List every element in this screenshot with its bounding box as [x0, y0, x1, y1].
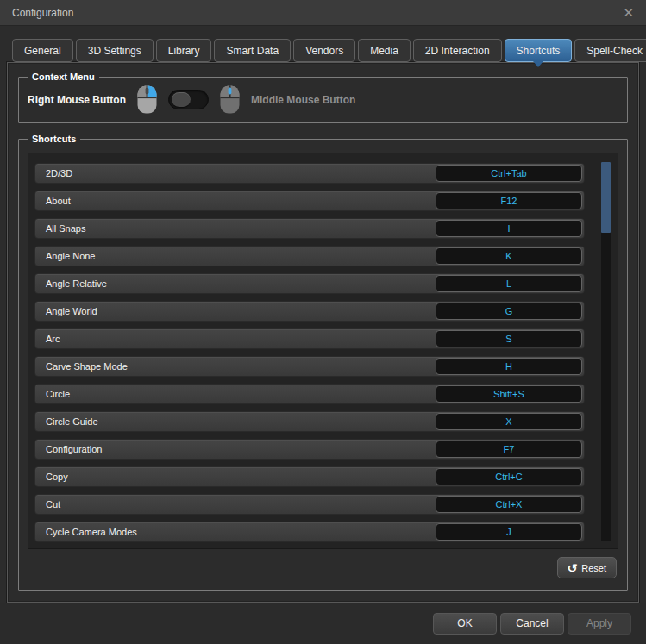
shortcut-row[interactable]: Configuration F7: [34, 439, 585, 460]
reset-button-label: Reset: [581, 563, 606, 573]
tab-label: Vendors: [305, 45, 343, 57]
shortcuts-group-title: Shortcuts: [28, 134, 80, 144]
ok-button[interactable]: OK: [433, 613, 497, 635]
shortcut-action-label: Circle: [46, 389, 70, 399]
tab[interactable]: Vendors: [293, 39, 355, 62]
shortcut-key-button[interactable]: F12: [436, 192, 582, 209]
shortcut-key-button[interactable]: J: [436, 523, 582, 541]
tab[interactable]: Shortcuts: [505, 39, 573, 62]
shortcut-action-label: Angle World: [46, 306, 97, 316]
shortcut-row[interactable]: Circle Shift+S: [34, 384, 585, 404]
context-menu-group: Context Menu Right Mouse Button: [18, 72, 628, 123]
shortcut-row[interactable]: 2D/3D Ctrl+Tab: [34, 163, 585, 184]
shortcut-row[interactable]: Arc S: [34, 328, 585, 349]
tab-label: Smart Data: [226, 45, 279, 57]
reset-icon: ↺: [568, 562, 578, 574]
shortcut-action-label: Cycle Camera Modes: [46, 527, 137, 537]
shortcut-action-label: Copy: [46, 472, 68, 482]
shortcut-row[interactable]: Cycle Camera Modes J: [34, 522, 585, 542]
shortcut-key-button[interactable]: F7: [436, 441, 582, 458]
shortcut-action-label: Angle Relative: [46, 278, 107, 289]
context-menu-group-title: Context Menu: [28, 72, 99, 82]
shortcut-key-button[interactable]: H: [436, 358, 582, 375]
shortcut-key-button[interactable]: Shift+S: [436, 385, 582, 403]
window-title: Configuration: [12, 7, 73, 19]
tab-label: Media: [370, 45, 398, 57]
tab[interactable]: Spell-Check: [574, 39, 646, 62]
tab[interactable]: Smart Data: [214, 39, 291, 62]
apply-button: Apply: [568, 613, 631, 635]
shortcut-action-label: Cut: [46, 499, 60, 510]
shortcut-row[interactable]: Copy Ctrl+C: [34, 466, 585, 487]
shortcut-key-button[interactable]: I: [436, 220, 582, 237]
scrollbar-thumb[interactable]: [601, 162, 611, 233]
shortcut-row[interactable]: Angle World G: [34, 301, 585, 322]
shortcut-action-label: Angle None: [46, 251, 96, 261]
shortcut-row[interactable]: Circle Guide X: [34, 411, 585, 432]
tab[interactable]: General: [12, 39, 73, 62]
context-menu-row: Right Mouse Button: [19, 82, 627, 114]
shortcut-row[interactable]: Angle None K: [34, 246, 585, 266]
shortcut-action-label: Circle Guide: [46, 416, 98, 427]
cancel-button[interactable]: Cancel: [500, 613, 564, 635]
shortcut-key-button[interactable]: S: [436, 330, 582, 347]
shortcut-key-button[interactable]: Ctrl+Tab: [436, 165, 582, 182]
tab[interactable]: Library: [156, 39, 212, 62]
reset-button[interactable]: ↺ Reset: [557, 557, 617, 578]
shortcuts-list: 2D/3D Ctrl+Tab About F12 All Snaps I Ang…: [28, 153, 618, 549]
tab-label: General: [24, 45, 61, 57]
shortcut-row[interactable]: Carve Shape Mode H: [34, 356, 585, 377]
dialog-footer: OK Cancel Apply: [0, 603, 646, 644]
title-bar: Configuration ✕: [0, 0, 646, 26]
shortcuts-tab-page: Context Menu Right Mouse Button: [7, 62, 639, 603]
shortcut-key-button[interactable]: K: [436, 247, 582, 265]
shortcut-row[interactable]: Angle Relative L: [34, 273, 585, 294]
shortcuts-group: Shortcuts 2D/3D Ctrl+Tab About F12 All S…: [18, 134, 628, 591]
shortcut-row[interactable]: All Snaps I: [34, 218, 585, 239]
shortcut-key-button[interactable]: Ctrl+X: [436, 496, 582, 513]
scrollbar-track[interactable]: [601, 162, 611, 541]
toggle-knob[interactable]: [172, 92, 191, 107]
shortcut-key-button[interactable]: G: [436, 303, 582, 320]
tab[interactable]: 2D Interaction: [413, 39, 502, 62]
close-icon[interactable]: ✕: [623, 6, 634, 19]
tab[interactable]: 3D Settings: [76, 39, 154, 62]
tab-strip: General 3D Settings Library Smart Data V…: [12, 39, 646, 62]
shortcut-key-button[interactable]: L: [436, 275, 582, 292]
middle-mouse-button-icon: [220, 85, 240, 114]
shortcut-row[interactable]: Cut Ctrl+X: [34, 494, 585, 515]
shortcut-key-button[interactable]: X: [436, 413, 582, 430]
right-mouse-button-label: Right Mouse Button: [28, 94, 126, 106]
shortcut-action-label: Carve Shape Mode: [46, 361, 128, 372]
shortcut-row[interactable]: About F12: [34, 191, 585, 211]
tab[interactable]: Media: [358, 39, 411, 62]
shortcut-action-label: About: [46, 196, 71, 206]
shortcut-action-label: All Snaps: [46, 223, 85, 234]
tab-label: 3D Settings: [88, 45, 141, 57]
context-menu-toggle[interactable]: [168, 90, 209, 109]
shortcut-action-label: Configuration: [46, 444, 102, 454]
shortcut-key-button[interactable]: Ctrl+C: [436, 468, 582, 485]
shortcut-action-label: Arc: [46, 334, 60, 344]
tab-label: Shortcuts: [517, 45, 561, 57]
shortcut-action-label: 2D/3D: [46, 168, 72, 178]
right-mouse-button-icon: [137, 85, 157, 114]
tab-label: Library: [168, 45, 200, 57]
middle-mouse-button-label: Middle Mouse Button: [251, 94, 355, 106]
reset-row: ↺ Reset: [19, 557, 617, 578]
tab-label: 2D Interaction: [425, 45, 490, 57]
tab-label: Spell-Check: [586, 45, 643, 57]
